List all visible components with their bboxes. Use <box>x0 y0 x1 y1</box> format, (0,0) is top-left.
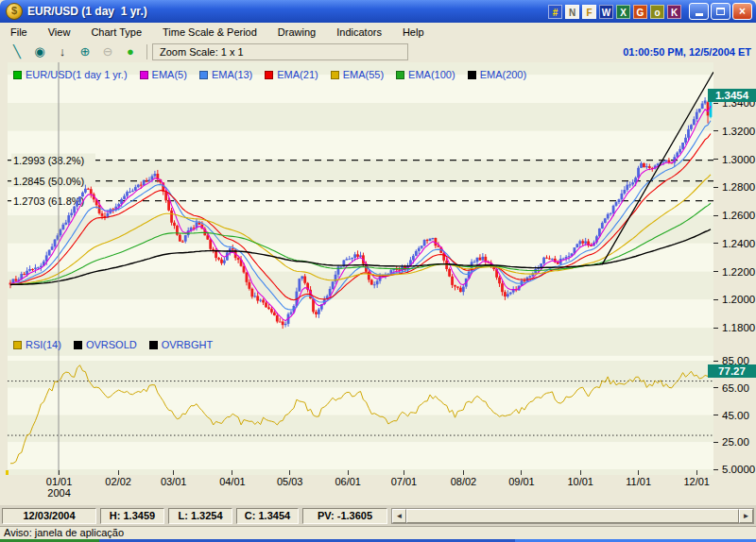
menu-bar: FileViewChart TypeTime Scale & PeriodDra… <box>0 23 756 42</box>
legend-label: OVRBGHT <box>162 339 213 350</box>
minimize-button[interactable] <box>689 3 709 20</box>
axis-tick <box>59 470 60 475</box>
axis-tick <box>232 470 232 475</box>
axis-tick <box>404 470 404 475</box>
menu-item-help[interactable]: Help <box>392 24 435 41</box>
zoom-scale-label: Zoom Scale: 1 x 1 <box>152 43 408 60</box>
legend-label: EMA(55) <box>343 69 384 80</box>
axis-tick <box>289 470 290 475</box>
toolbar-separator <box>146 44 147 59</box>
axis-tick <box>713 469 718 470</box>
menu-item-indicators[interactable]: Indicators <box>326 24 392 41</box>
zoom-in-tool[interactable]: ⊕ <box>74 42 96 61</box>
menu-item-time-scale-period[interactable]: Time Scale & Period <box>152 24 267 41</box>
titlebar-icon-tray: #NFWXGoK <box>548 5 681 19</box>
legend-item-ema-55[interactable]: EMA(55) <box>331 69 384 80</box>
legend-item-ovrbght[interactable]: OVRBGHT <box>149 339 213 350</box>
time-axis-label: 10/01 <box>559 476 601 487</box>
menu-item-file[interactable]: File <box>0 24 38 41</box>
price-axis: 1.34001.32001.30001.28001.26001.24001.22… <box>713 62 756 505</box>
app-logo-icon: $ <box>6 3 23 20</box>
record-dot-tool[interactable]: ● <box>119 42 142 61</box>
axis-tick <box>521 470 522 475</box>
last-rsi-badge: 77.27 <box>708 364 756 378</box>
word-icon[interactable]: W <box>599 5 613 19</box>
legend-swatch-icon <box>331 71 339 79</box>
menu-item-drawing[interactable]: Drawing <box>267 24 326 41</box>
legend-label: EMA(200) <box>480 69 527 80</box>
title-bar[interactable]: $ EUR/USD (1 day 1 yr.) #NFWXGoK × <box>0 0 756 23</box>
axis-tick <box>713 271 718 272</box>
legend-item-ovrsold[interactable]: OVRSOLD <box>74 339 137 350</box>
legend-swatch-icon <box>13 71 22 79</box>
legend-swatch-icon <box>74 341 82 349</box>
message-text: Aviso: janela de aplicação <box>4 527 124 538</box>
zoom-out-tool[interactable]: ⊖ <box>96 42 119 61</box>
svg-text:1.2993 (38.2%): 1.2993 (38.2%) <box>13 155 84 166</box>
axis-label: 1.2800 <box>722 180 755 194</box>
time-axis-label: 02/02 <box>97 476 139 487</box>
axis-tick <box>463 470 464 475</box>
legend-swatch-icon <box>140 71 148 79</box>
menu-item-view[interactable]: View <box>38 24 81 41</box>
notepad-icon[interactable]: N <box>565 5 579 19</box>
horizontal-scrollbar[interactable]: ◄ ► <box>391 508 754 524</box>
legend-item-rsi-14[interactable]: RSI(14) <box>13 339 61 350</box>
axis-tick <box>713 361 718 362</box>
legend-swatch-icon <box>468 71 476 79</box>
axis-start-marker <box>6 470 9 475</box>
time-axis-label: 01/012004 <box>39 476 80 499</box>
legend-item-ema-5[interactable]: EMA(5) <box>140 69 187 80</box>
legend-swatch-icon <box>396 71 404 79</box>
scroll-right-button[interactable]: ► <box>739 509 753 523</box>
minimize-icon <box>696 13 703 16</box>
trendline-tool[interactable]: ╲ <box>6 42 28 61</box>
price-rsi-plot[interactable]: 1.2993 (38.2%)1.2845 (50.0%)1.2703 (61.8… <box>8 62 713 475</box>
axis-tick <box>713 387 718 388</box>
app-window: $ EUR/USD (1 day 1 yr.) #NFWXGoK × FileV… <box>0 0 756 542</box>
axis-label: 1.3000 <box>722 153 755 166</box>
window-title: EUR/USD (1 day 1 yr.) <box>27 5 147 18</box>
legend-item-ema-13[interactable]: EMA(13) <box>199 69 252 80</box>
legend-label: OVRSOLD <box>86 339 137 350</box>
status-high: H: 1.3459 <box>100 508 164 524</box>
chart-grid-icon[interactable]: # <box>548 5 562 19</box>
legend-label: EUR/USD(1 day 1 yr.) <box>26 69 128 80</box>
key-icon[interactable]: K <box>667 5 681 19</box>
clock-icon[interactable]: o <box>650 5 664 19</box>
marker-tool[interactable]: ◉ <box>28 42 51 61</box>
legend-item-ema-21[interactable]: EMA(21) <box>265 69 318 80</box>
scrollbar-thumb[interactable] <box>406 509 739 523</box>
open-folder-icon[interactable]: F <box>582 5 596 19</box>
legend-label: EMA(5) <box>152 69 187 80</box>
scroll-left-button[interactable]: ◄ <box>392 509 406 523</box>
legend-item-ema-100[interactable]: EMA(100) <box>396 69 455 80</box>
axis-label: 1.2400 <box>722 237 755 250</box>
legend-label: EMA(13) <box>212 69 252 80</box>
menu-item-chart-type[interactable]: Chart Type <box>80 24 152 41</box>
axis-label: 1.3200 <box>722 125 755 138</box>
legend-swatch-icon <box>149 341 158 349</box>
axis-tick <box>696 470 697 475</box>
schedule-icon[interactable]: G <box>633 5 647 19</box>
rsi-legend: RSI(14)OVRSOLDOVRBGHT <box>13 339 213 350</box>
svg-text:1.2703 (61.8%): 1.2703 (61.8%) <box>13 195 84 207</box>
restore-button[interactable] <box>711 3 730 20</box>
legend-item-ema-200[interactable]: EMA(200) <box>468 69 527 80</box>
status-bar: 12/03/2004 H: 1.3459 L: 1.3254 C: 1.3454… <box>0 505 756 526</box>
excel-icon[interactable]: X <box>616 5 630 19</box>
axis-tick <box>348 470 349 475</box>
axis-tick <box>713 215 718 216</box>
close-button[interactable]: × <box>732 3 752 20</box>
legend-swatch-icon <box>265 71 273 79</box>
axis-label: 1.1800 <box>722 321 755 334</box>
status-pivot: PV: -1.3605 <box>302 508 387 524</box>
clock-readout: 01:00:50 PM, 12/5/2004 ET <box>623 46 751 58</box>
axis-label: 1.2200 <box>722 265 755 279</box>
axis-tick <box>713 130 718 131</box>
legend-item-eur-usd-1-day-1-yr[interactable]: EUR/USD(1 day 1 yr.) <box>13 69 128 80</box>
arrow-down-tool[interactable]: ↓ <box>51 42 74 61</box>
time-axis-label: 05/03 <box>269 476 311 487</box>
status-low: L: 1.3254 <box>168 508 232 524</box>
axis-tick <box>713 187 718 188</box>
